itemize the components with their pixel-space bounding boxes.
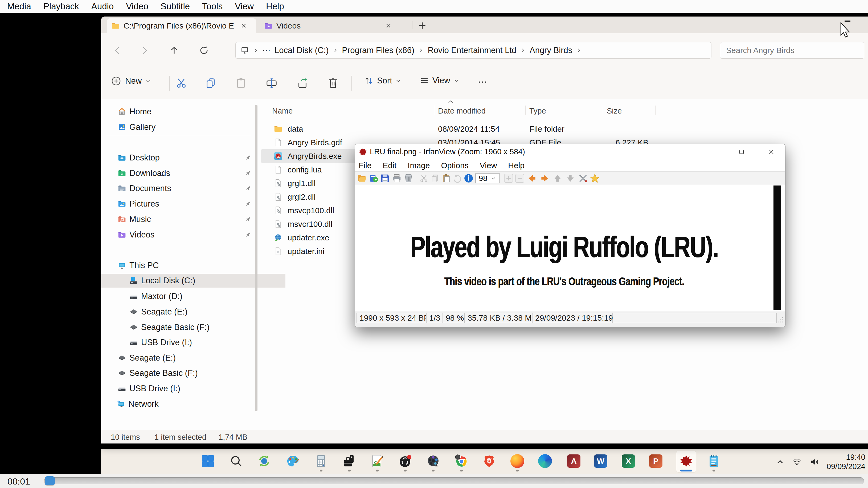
tools-icon[interactable] — [578, 173, 588, 183]
sidebar-item-this-pc[interactable]: This PC — [101, 259, 274, 272]
up-arrow-icon[interactable] — [168, 44, 181, 57]
tab-angry-birds-folder[interactable]: C:\Program Files (x86)\Rovio E — [107, 19, 256, 33]
refresh-icon[interactable] — [197, 44, 210, 57]
tab-videos[interactable]: Videos — [260, 19, 409, 33]
sidebar-item-seagate-e[interactable]: Seagate (E:) — [101, 305, 285, 319]
forward-arrow-icon[interactable] — [138, 44, 151, 57]
menu-view[interactable]: View — [480, 161, 497, 170]
sidebar-item-pictures[interactable]: Pictures — [101, 197, 274, 211]
taskbar-calculator[interactable] — [311, 451, 331, 472]
previous-image-icon[interactable] — [527, 173, 537, 183]
column-size[interactable]: Size — [607, 107, 622, 115]
more-options-icon[interactable] — [477, 79, 488, 85]
new-button[interactable]: New — [111, 76, 151, 86]
back-arrow-icon[interactable] — [111, 44, 124, 57]
sidebar-item-videos[interactable]: Videos — [101, 228, 274, 242]
close-tab-icon[interactable] — [240, 22, 247, 29]
taskbar-search-button[interactable] — [226, 451, 246, 472]
close-button[interactable] — [763, 146, 780, 157]
resize-grip-icon[interactable] — [777, 317, 784, 323]
breadcrumb-rovio[interactable]: Rovio Entertainment Ltd — [428, 46, 516, 55]
column-name[interactable]: Name — [272, 107, 292, 115]
taskbar-edge[interactable] — [535, 451, 555, 472]
column-divider[interactable] — [434, 106, 434, 115]
breadcrumb-program-files[interactable]: Program Files (x86) — [342, 46, 414, 55]
vlc-menu-video[interactable]: Video — [126, 1, 148, 11]
favorites-star-icon[interactable] — [590, 173, 600, 183]
chevron-down-icon[interactable] — [491, 176, 496, 181]
slideshow-icon[interactable] — [369, 173, 379, 183]
paste-icon[interactable] — [441, 173, 451, 183]
taskbar-media-converter[interactable] — [423, 451, 443, 472]
minimize-button[interactable] — [703, 146, 720, 157]
taskbar-start-button[interactable] — [198, 451, 218, 472]
zoom-input[interactable]: 98 — [475, 173, 500, 183]
taskbar-obs[interactable] — [395, 451, 415, 472]
sidebar-item-maxtor-d[interactable]: Maxtor (D:) — [101, 289, 285, 303]
column-type[interactable]: Type — [529, 107, 546, 115]
vlc-menu-view[interactable]: View — [235, 1, 254, 11]
close-tab-icon[interactable] — [385, 22, 392, 29]
seek-bar[interactable] — [44, 477, 864, 484]
save-icon[interactable] — [380, 173, 390, 183]
undo-icon[interactable] — [453, 173, 463, 183]
cut-icon[interactable] — [419, 173, 429, 183]
breadcrumb-angry-birds[interactable]: Angry Birds — [530, 46, 572, 55]
sidebar-item-seagate-basic-f[interactable]: Seagate Basic (F:) — [101, 320, 285, 334]
zoom-in-icon[interactable] — [503, 173, 514, 183]
share-icon[interactable] — [296, 77, 309, 89]
next-image-icon[interactable] — [540, 173, 550, 183]
delete-icon[interactable] — [403, 173, 413, 183]
taskbar-powerpoint[interactable]: P — [646, 451, 665, 472]
column-divider[interactable] — [525, 106, 526, 115]
breadcrumb-overflow[interactable]: ··· — [262, 46, 271, 55]
search-box[interactable] — [720, 42, 864, 59]
info-icon[interactable] — [464, 173, 474, 183]
taskbar-notepad[interactable] — [704, 451, 724, 472]
view-button[interactable]: View — [420, 76, 459, 85]
wifi-icon[interactable] — [792, 457, 802, 467]
menu-help[interactable]: Help — [508, 161, 525, 170]
sidebar-item-usb-drive-i[interactable]: USB Drive (I:) — [101, 336, 285, 349]
new-tab-icon[interactable] — [417, 20, 428, 31]
copy-icon[interactable] — [205, 77, 217, 89]
taskbar-word[interactable]: W — [591, 451, 611, 472]
sidebar-item-local-disk-c[interactable]: Local Disk (C:) — [101, 274, 285, 288]
sidebar-item-seagate-basic-f-2[interactable]: Seagate Basic (F:) — [101, 366, 274, 380]
maximize-button[interactable] — [733, 146, 750, 157]
sidebar-item-desktop[interactable]: Desktop — [101, 151, 274, 165]
sidebar-item-usb-drive-i-2[interactable]: USB Drive (I:) — [101, 382, 274, 396]
taskbar-excel[interactable]: X — [619, 451, 638, 472]
tray-chevron-up-icon[interactable] — [776, 457, 785, 466]
vlc-menu-media[interactable]: Media — [7, 1, 31, 11]
file-row-data[interactable]: data 08/09/2024 11:54 File folder — [261, 122, 658, 136]
taskbar-firefox[interactable] — [507, 451, 527, 472]
column-date-modified[interactable]: Date modified — [438, 107, 486, 115]
taskbar-brave[interactable] — [479, 451, 499, 472]
vlc-menu-help[interactable]: Help — [266, 1, 284, 11]
zoom-out-icon[interactable] — [515, 173, 525, 183]
sidebar-item-home[interactable]: Home — [101, 105, 274, 119]
print-icon[interactable] — [392, 173, 402, 183]
sort-button[interactable]: Sort — [364, 76, 401, 86]
menu-file[interactable]: File — [359, 161, 371, 170]
vlc-menu-playback[interactable]: Playback — [43, 1, 79, 11]
taskbar-clock[interactable]: 19:40 09/09/2024 — [827, 453, 865, 471]
breadcrumb[interactable]: ··· Local Disk (C:) Program Files (x86) … — [236, 42, 711, 59]
taskbar-paint[interactable] — [283, 451, 303, 472]
sidebar-item-music[interactable]: Music — [101, 212, 274, 226]
sidebar-item-network[interactable]: Network — [101, 397, 273, 411]
menu-edit[interactable]: Edit — [382, 161, 397, 170]
taskbar-chrome[interactable] — [452, 451, 471, 472]
menu-image[interactable]: Image — [408, 161, 430, 170]
last-image-icon[interactable] — [565, 173, 576, 183]
sidebar-item-seagate-e-2[interactable]: Seagate (E:) — [101, 351, 274, 365]
paste-icon[interactable] — [235, 77, 247, 89]
speaker-icon[interactable] — [809, 457, 820, 467]
window-minimize-icon[interactable] — [844, 21, 850, 22]
menu-options[interactable]: Options — [441, 161, 468, 170]
rename-icon[interactable] — [266, 77, 278, 89]
sidebar-scrollbar[interactable] — [255, 105, 257, 411]
taskbar-irfanview[interactable] — [676, 451, 696, 472]
irfanview-title-bar[interactable]: LRU final.png - IrfanView (Zoom: 1960 x … — [355, 144, 785, 160]
